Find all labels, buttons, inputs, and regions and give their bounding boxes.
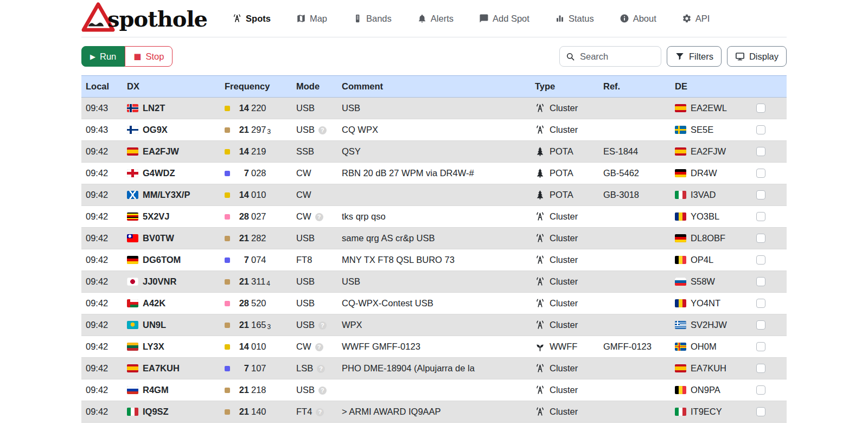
nav-item-spots[interactable]: Spots <box>232 14 271 24</box>
brand-logo[interactable]: spothole <box>81 2 207 35</box>
spot-select-checkbox[interactable] <box>756 125 765 134</box>
table-row: 09:42JJ0VNR213114USBUSBClusterS58W <box>81 271 787 293</box>
de-callsign[interactable]: SE5E <box>691 125 713 134</box>
spot-select-checkbox[interactable] <box>756 299 765 308</box>
dx-callsign[interactable]: OG9X <box>143 125 168 134</box>
dx-callsign[interactable]: LY3X <box>143 342 164 351</box>
dx-callsign[interactable]: EA7KUH <box>143 363 180 373</box>
table-row: 09:43LN2T14220USBUSBClusterEA2EWL <box>81 98 787 119</box>
de-callsign[interactable]: YO3BL <box>691 211 719 221</box>
spot-select-checkbox[interactable] <box>756 190 765 199</box>
spot-select-checkbox[interactable] <box>756 407 765 416</box>
spot-select-checkbox[interactable] <box>756 385 765 395</box>
dx-callsign[interactable]: 5X2VJ <box>143 211 170 221</box>
stop-button[interactable]: ■ Stop <box>125 46 173 67</box>
nav-item-status[interactable]: Status <box>555 14 594 24</box>
comment-text: MNY TX FT8 QSL BURO 73 <box>342 255 455 265</box>
table-row: 09:42UN9L211653USB?WPXClusterSV2HJW <box>81 314 787 336</box>
dx-callsign[interactable]: MM/LY3X/P <box>143 190 190 199</box>
mode-label: USB <box>296 298 315 308</box>
column-header-comment[interactable]: Comment <box>337 76 531 98</box>
de-callsign[interactable]: EA2FJW <box>691 146 726 156</box>
ref-label[interactable]: GMFF-0123 <box>603 342 652 351</box>
table-row: 09:42MM/LY3X/P14010CWPOTAGB-3018I3VAD <box>81 184 787 206</box>
de-callsign[interactable]: OH0M <box>691 342 717 351</box>
local-time: 09:42 <box>86 168 108 178</box>
dx-callsign[interactable]: G4WDZ <box>143 168 175 178</box>
nav-item-label: API <box>695 14 710 24</box>
column-header-type[interactable]: Type <box>531 76 599 98</box>
nav-item-bands[interactable]: Bands <box>353 14 392 24</box>
mode-cell: USB <box>292 293 337 314</box>
frequency-mhz: 7 <box>234 255 249 265</box>
spot-select-checkbox[interactable] <box>756 277 765 286</box>
comment-icon <box>479 14 489 23</box>
frequency-khz: 311 <box>251 276 265 286</box>
spot-select-checkbox[interactable] <box>756 147 765 156</box>
column-header-dx[interactable]: DX <box>123 76 220 98</box>
local-time: 09:42 <box>86 255 108 265</box>
de-callsign[interactable]: I3VAD <box>691 190 716 199</box>
dx-callsign[interactable]: LN2T <box>143 103 165 113</box>
spot-select-checkbox[interactable] <box>756 364 765 373</box>
filters-button[interactable]: Filters <box>667 46 722 67</box>
gear-icon <box>682 14 692 23</box>
spot-select-checkbox[interactable] <box>756 255 765 265</box>
de-callsign[interactable]: EA2EWL <box>691 103 727 113</box>
dx-callsign[interactable]: IQ9SZ <box>143 407 169 416</box>
column-header-de[interactable]: DE <box>671 76 752 98</box>
column-header-local[interactable]: Local <box>81 76 123 98</box>
nav-item-map[interactable]: Map <box>296 14 327 24</box>
column-header-ref[interactable]: Ref. <box>599 76 671 98</box>
spot-select-checkbox[interactable] <box>756 234 765 243</box>
ref-label[interactable]: ES-1844 <box>603 146 638 156</box>
frequency-fraction: 4 <box>266 280 270 287</box>
spot-select-checkbox[interactable] <box>756 104 765 113</box>
de-callsign[interactable]: IT9ECY <box>691 407 722 416</box>
frequency-khz: 028 <box>251 168 266 178</box>
de-callsign[interactable]: ON9PA <box>691 385 720 395</box>
select-cell <box>752 141 787 163</box>
de-callsign[interactable]: DL8OBF <box>691 233 725 243</box>
nav-item-add-spot[interactable]: Add Spot <box>479 14 529 24</box>
spot-select-checkbox[interactable] <box>756 169 765 178</box>
dx-callsign[interactable]: UN9L <box>143 320 166 330</box>
column-header-mode[interactable]: Mode <box>292 76 337 98</box>
de-callsign[interactable]: DR4W <box>691 168 717 178</box>
mode-cell: CW? <box>292 206 337 228</box>
local-time-cell: 09:42 <box>81 293 123 314</box>
toolbar: ▶ Run ■ Stop Filters <box>81 46 787 67</box>
de-callsign[interactable]: EA7KUH <box>691 363 726 373</box>
mode-cell: SSB <box>292 141 337 163</box>
spot-select-checkbox[interactable] <box>756 342 765 351</box>
dx-callsign[interactable]: R4GM <box>143 385 169 395</box>
dx-callsign[interactable]: DG6TOM <box>143 255 181 265</box>
local-time: 09:42 <box>86 385 108 395</box>
spot-select-checkbox[interactable] <box>756 212 765 221</box>
ref-label[interactable]: GB-5462 <box>603 168 639 178</box>
ref-label[interactable]: GB-3018 <box>603 190 639 199</box>
nav-item-label: Add Spot <box>493 14 529 24</box>
de-callsign[interactable]: S58W <box>691 276 715 286</box>
dx-callsign[interactable]: EA2FJW <box>143 146 179 156</box>
display-monitor-icon <box>735 51 745 61</box>
de-callsign[interactable]: OP4L <box>691 255 713 265</box>
nav-item-api[interactable]: API <box>682 14 710 24</box>
de-callsign[interactable]: SV2HJW <box>691 320 727 330</box>
dx-callsign[interactable]: A42K <box>143 298 165 308</box>
display-button[interactable]: Display <box>727 46 787 67</box>
nav-item-about[interactable]: About <box>620 14 656 24</box>
dx-callsign[interactable]: BV0TW <box>143 233 174 243</box>
spot-select-checkbox[interactable] <box>756 320 765 330</box>
nav-item-label: Alerts <box>431 14 454 24</box>
mode-label: USB <box>296 320 315 330</box>
dx-cell: JJ0VNR <box>123 271 220 293</box>
run-button[interactable]: ▶ Run <box>81 46 125 67</box>
search-input[interactable] <box>580 51 655 62</box>
nav-item-alerts[interactable]: Alerts <box>417 14 454 24</box>
type-cell: POTA <box>531 184 599 206</box>
column-header-frequency[interactable]: Frequency <box>220 76 292 98</box>
de-callsign[interactable]: YO4NT <box>691 298 720 308</box>
dx-callsign[interactable]: JJ0VNR <box>143 276 176 286</box>
band-color-dot <box>225 192 230 198</box>
